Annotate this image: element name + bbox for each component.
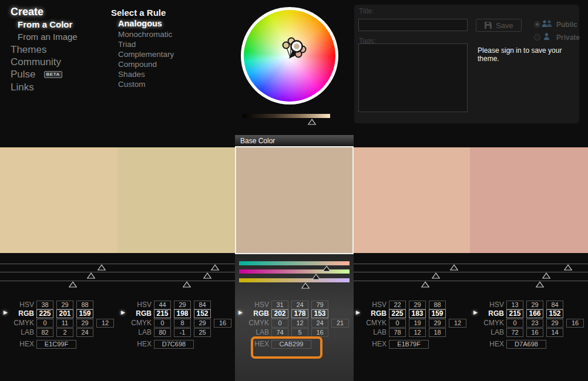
- cmyk-row-label[interactable]: CMYK: [0, 319, 34, 327]
- lab-row-label[interactable]: LAB: [0, 328, 34, 336]
- hsv-value-1[interactable]: 13: [506, 301, 523, 309]
- slider-handle-col3-row1[interactable]: [322, 265, 331, 272]
- rgb-value-2[interactable]: 166: [526, 309, 543, 318]
- slider-handle-col5-row3[interactable]: [536, 281, 544, 288]
- lab-value-2[interactable]: 12: [409, 328, 426, 337]
- cmyk-value-2[interactable]: 11: [56, 319, 73, 328]
- cmyk-value-1[interactable]: 0: [271, 319, 288, 328]
- rgb-value-2[interactable]: 183: [409, 309, 426, 318]
- hsv-value-2[interactable]: 29: [526, 301, 543, 309]
- red-channel-slider[interactable]: [239, 261, 350, 265]
- cmyk-row-label[interactable]: CMYK: [117, 319, 152, 327]
- rgb-value-1[interactable]: 202: [271, 309, 288, 318]
- save-button[interactable]: Save: [476, 19, 522, 32]
- cmyk-value-2[interactable]: 23: [526, 319, 543, 328]
- rgb-value-3[interactable]: 159: [429, 309, 446, 318]
- lab-value-3[interactable]: 25: [194, 328, 211, 337]
- slider-handle-col4-row3[interactable]: [421, 281, 429, 288]
- nav-themes[interactable]: Themes: [11, 44, 46, 56]
- nav-community[interactable]: Community: [11, 56, 61, 68]
- rgb-value-2[interactable]: 201: [56, 309, 73, 318]
- hsv-value-1[interactable]: 44: [154, 301, 171, 309]
- nav-pulse[interactable]: PulseBETA: [11, 69, 62, 80]
- rgb-value-1[interactable]: 225: [389, 309, 406, 318]
- rgb-slider-mode-arrow[interactable]: ▶: [121, 309, 125, 315]
- cmyk-value-2[interactable]: 8: [174, 319, 191, 328]
- rgb-value-3[interactable]: 152: [194, 309, 211, 318]
- rule-triad[interactable]: Triad: [118, 39, 136, 49]
- rgb-value-2[interactable]: 178: [291, 309, 308, 318]
- swatch-2[interactable]: [117, 147, 235, 253]
- public-radio[interactable]: [534, 21, 540, 28]
- slider-handle-col4-row1[interactable]: [450, 264, 458, 271]
- nav-create[interactable]: Create: [11, 6, 43, 18]
- cmyk-value-4[interactable]: 16: [214, 319, 231, 328]
- hsv-value-2[interactable]: 24: [291, 301, 308, 309]
- hsv-row-label[interactable]: HSV: [235, 301, 269, 309]
- hex-value[interactable]: E1C99F: [36, 340, 76, 349]
- slider-handle-col1-row3[interactable]: [69, 281, 77, 288]
- slider-handle-col4-row2[interactable]: [432, 272, 440, 279]
- lab-row-label[interactable]: LAB: [117, 328, 152, 336]
- lab-value-3[interactable]: 16: [311, 328, 328, 337]
- lab-value-2[interactable]: -1: [174, 328, 191, 337]
- nav-from-an-image[interactable]: From an Image: [18, 32, 78, 42]
- hex-value[interactable]: E1B79F: [389, 340, 429, 349]
- hsv-value-3[interactable]: 84: [194, 301, 211, 309]
- slider-handle-col1-row2[interactable]: [87, 272, 95, 279]
- rgb-value-3[interactable]: 159: [76, 309, 93, 318]
- public-label[interactable]: Public: [556, 21, 577, 29]
- lab-row-label[interactable]: LAB: [235, 328, 269, 336]
- hsv-value-2[interactable]: 29: [56, 301, 73, 309]
- brightness-handle[interactable]: [308, 119, 316, 125]
- hex-value[interactable]: D7A698: [506, 340, 546, 349]
- cmyk-value-2[interactable]: 12: [291, 319, 308, 328]
- rgb-value-3[interactable]: 152: [546, 309, 563, 318]
- rule-compound[interactable]: Compound: [118, 59, 157, 69]
- slider-handle-col2-row1[interactable]: [211, 264, 219, 271]
- lab-value-1[interactable]: 80: [154, 328, 171, 337]
- hsv-row-label[interactable]: HSV: [352, 301, 387, 309]
- rgb-value-2[interactable]: 198: [174, 309, 191, 318]
- lab-value-3[interactable]: 18: [429, 328, 446, 337]
- lab-value-3[interactable]: 14: [546, 328, 563, 337]
- cmyk-value-3[interactable]: 29: [429, 319, 446, 328]
- hsv-value-2[interactable]: 29: [174, 301, 191, 309]
- rgb-value-1[interactable]: 215: [506, 309, 523, 318]
- rgb-slider-mode-arrow[interactable]: ▶: [356, 309, 360, 315]
- lab-value-1[interactable]: 74: [271, 328, 288, 337]
- rgb-slider-mode-arrow[interactable]: ▶: [473, 309, 478, 315]
- blue-channel-slider[interactable]: [239, 278, 350, 282]
- hsv-row-label[interactable]: HSV: [470, 301, 504, 309]
- nav-links[interactable]: Links: [11, 82, 34, 93]
- cmyk-value-3[interactable]: 29: [194, 319, 211, 328]
- lab-row-label[interactable]: LAB: [352, 328, 387, 336]
- swatch-1[interactable]: [0, 147, 117, 253]
- cmyk-value-1[interactable]: 0: [154, 319, 171, 328]
- hex-value[interactable]: CAB299: [271, 340, 311, 349]
- cmyk-value-4[interactable]: 12: [449, 319, 466, 328]
- cmyk-value-4[interactable]: 16: [566, 319, 584, 328]
- swatch-4[interactable]: [352, 147, 470, 253]
- hex-value[interactable]: D7C698: [154, 340, 194, 349]
- brightness-slider[interactable]: [243, 114, 330, 118]
- rgb-slider-mode-arrow[interactable]: ▶: [4, 309, 8, 315]
- lab-value-1[interactable]: 82: [36, 328, 53, 337]
- cmyk-value-3[interactable]: 24: [311, 319, 328, 328]
- rule-analogous[interactable]: Analogous: [118, 19, 162, 29]
- cmyk-value-3[interactable]: 29: [76, 319, 93, 328]
- hsv-value-3[interactable]: 84: [546, 301, 563, 309]
- rgb-slider-mode-arrow[interactable]: ▶: [238, 309, 243, 315]
- private-label[interactable]: Private: [556, 33, 580, 42]
- lab-row-label[interactable]: LAB: [470, 328, 504, 336]
- hsv-value-1[interactable]: 38: [36, 301, 53, 309]
- hsv-value-1[interactable]: 22: [389, 301, 406, 309]
- slider-handle-col2-row3[interactable]: [183, 281, 191, 288]
- private-radio[interactable]: [534, 34, 540, 41]
- rgb-value-1[interactable]: 215: [154, 309, 171, 318]
- hsv-row-label[interactable]: HSV: [117, 301, 152, 309]
- hsv-row-label[interactable]: HSV: [0, 301, 34, 309]
- swatch-3-base[interactable]: [235, 146, 354, 254]
- hsv-value-3[interactable]: 79: [311, 301, 328, 309]
- hsv-value-2[interactable]: 29: [409, 301, 426, 309]
